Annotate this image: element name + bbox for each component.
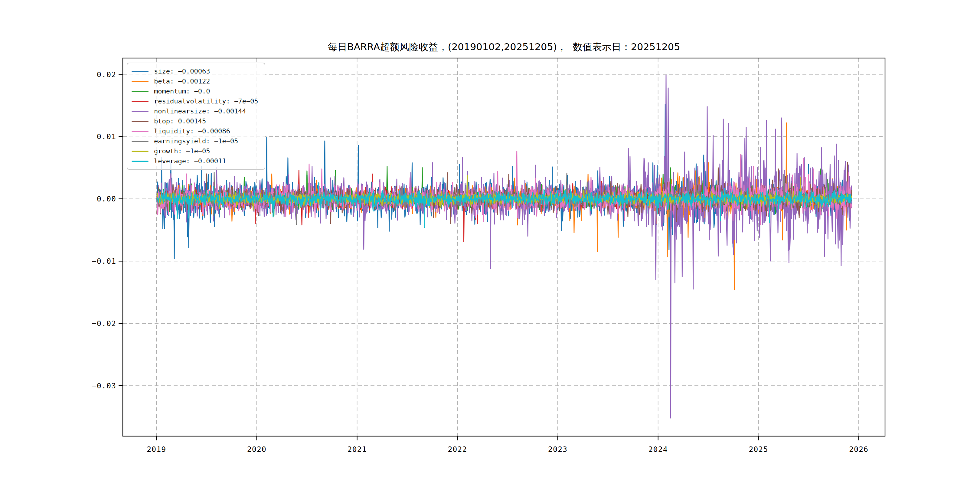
legend-item-label: nonlinearsize: −0.00144 bbox=[154, 107, 246, 115]
legend-line-swatch bbox=[132, 141, 148, 142]
x-tick-label: 2022 bbox=[448, 445, 467, 454]
legend-line-swatch bbox=[132, 101, 148, 102]
legend-item-earningsyield: earningsyield: −1e−05 bbox=[132, 136, 258, 146]
legend-item-residualvolatility: residualvolatility: −7e−05 bbox=[132, 96, 258, 106]
legend-item-liquidity: liquidity: −0.00086 bbox=[132, 126, 258, 136]
legend-item-beta: beta: −0.00122 bbox=[132, 76, 258, 86]
x-tick-label: 2019 bbox=[147, 445, 166, 454]
x-tick-label: 2020 bbox=[247, 445, 266, 454]
y-tick-label: 0.01 bbox=[97, 132, 116, 141]
legend-line-swatch bbox=[132, 71, 148, 72]
legend-item-label: btop: 0.00145 bbox=[154, 117, 206, 125]
legend-item-growth: growth: −1e−05 bbox=[132, 146, 258, 156]
x-tick-label: 2025 bbox=[749, 445, 768, 454]
legend-item-label: liquidity: −0.00086 bbox=[154, 127, 230, 135]
legend-item-label: earningsyield: −1e−05 bbox=[154, 137, 238, 145]
legend-line-swatch bbox=[132, 161, 148, 162]
legend-item-momentum: momentum: −0.0 bbox=[132, 86, 258, 96]
x-tick-label: 2026 bbox=[849, 445, 869, 454]
legend-line-swatch bbox=[132, 111, 148, 112]
legend-item-label: momentum: −0.0 bbox=[154, 88, 210, 95]
y-tick-label: −0.01 bbox=[92, 257, 116, 266]
y-tick-label: 0.02 bbox=[97, 70, 116, 79]
legend-item-label: leverage: −0.00011 bbox=[154, 157, 226, 165]
legend-item-label: beta: −0.00122 bbox=[154, 78, 210, 85]
figure: 每日BARRA超额风险收益，(20190102,20251205)， 数值表示日… bbox=[0, 0, 980, 490]
legend-box: size: −0.00063beta: −0.00122momentum: −0… bbox=[127, 63, 265, 170]
legend-item-btop: btop: 0.00145 bbox=[132, 116, 258, 126]
legend-item-nonlinearsize: nonlinearsize: −0.00144 bbox=[132, 106, 258, 116]
legend-item-label: growth: −1e−05 bbox=[154, 147, 210, 155]
y-tick-label: −0.02 bbox=[92, 319, 116, 328]
legend-line-swatch bbox=[132, 121, 148, 122]
legend-item-size: size: −0.00063 bbox=[132, 66, 258, 76]
legend-line-swatch bbox=[132, 81, 148, 82]
x-tick-label: 2024 bbox=[649, 445, 668, 454]
legend-line-swatch bbox=[132, 91, 148, 92]
x-tick-label: 2021 bbox=[347, 445, 367, 454]
legend-item-leverage: leverage: −0.00011 bbox=[132, 156, 258, 166]
y-tick-label: 0.00 bbox=[97, 194, 116, 203]
legend-line-swatch bbox=[132, 151, 148, 152]
legend-line-swatch bbox=[132, 130, 148, 132]
legend-item-label: residualvolatility: −7e−05 bbox=[154, 97, 258, 105]
y-tick-label: −0.03 bbox=[92, 382, 116, 390]
x-tick-label: 2023 bbox=[548, 445, 568, 454]
legend-item-label: size: −0.00063 bbox=[154, 67, 210, 75]
